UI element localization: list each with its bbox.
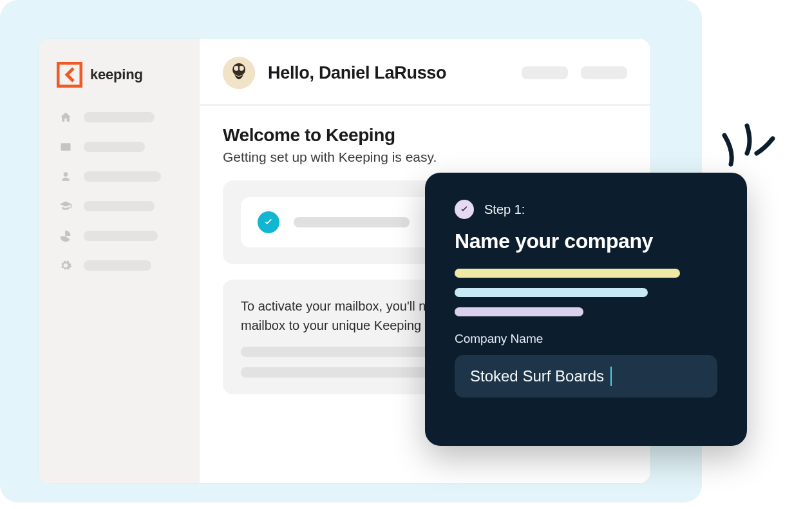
sidebar-item-user[interactable] (59, 170, 182, 183)
sidebar-item-mail[interactable] (59, 140, 182, 153)
sidebar-item-education[interactable] (59, 200, 182, 213)
brand-name: keeping (90, 66, 143, 83)
sidebar-item-reports[interactable] (59, 229, 182, 242)
gear-icon (59, 259, 72, 272)
description-placeholder (455, 307, 583, 316)
header-action-placeholder[interactable] (581, 66, 627, 79)
nav-placeholder (84, 231, 158, 241)
step-title-placeholder (294, 217, 410, 227)
home-icon (59, 111, 72, 124)
company-name-value: Stoked Surf Boards (470, 367, 604, 385)
step-check-icon (455, 200, 474, 219)
step-label: Step 1: (484, 202, 525, 217)
brand: keeping (57, 62, 182, 88)
description-placeholder (455, 269, 680, 278)
welcome-block: Welcome to Keeping Getting set up with K… (223, 125, 627, 165)
welcome-subtitle: Getting set up with Keeping is easy. (223, 149, 627, 165)
nav-placeholder (84, 260, 151, 271)
brand-logo-icon (57, 62, 82, 88)
nav-placeholder (84, 142, 145, 152)
step-header: Step 1: (455, 200, 717, 219)
pie-chart-icon (59, 229, 72, 242)
sidebar: keeping (39, 39, 200, 483)
mail-icon (59, 140, 72, 153)
text-cursor (610, 367, 612, 386)
step-overlay-card: Step 1: Name your company Company Name S… (425, 173, 747, 446)
sidebar-item-home[interactable] (59, 111, 182, 124)
nav-placeholder (84, 201, 155, 211)
nav-placeholder (84, 112, 155, 122)
nav-placeholder (84, 171, 161, 182)
avatar[interactable] (223, 57, 255, 89)
user-icon (59, 170, 72, 183)
greeting-text: Hello, Daniel LaRusso (268, 63, 446, 83)
welcome-title: Welcome to Keeping (223, 125, 627, 146)
graduation-icon (59, 200, 72, 213)
header: Hello, Daniel LaRusso (200, 39, 650, 106)
company-name-input[interactable]: Stoked Surf Boards (455, 355, 717, 398)
sidebar-nav (57, 111, 182, 272)
check-icon (258, 211, 279, 233)
header-action-placeholder[interactable] (522, 66, 568, 79)
overlay-title: Name your company (455, 229, 717, 253)
svg-rect-0 (58, 63, 81, 86)
company-name-label: Company Name (455, 332, 717, 346)
description-placeholder (455, 288, 648, 297)
sidebar-item-settings[interactable] (59, 259, 182, 272)
